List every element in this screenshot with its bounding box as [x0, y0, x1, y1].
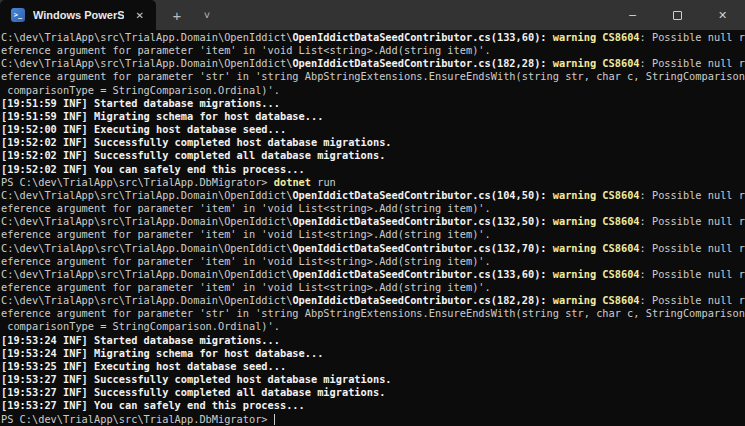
terminal-line: [19:52:00 INF] Executing host database s…	[1, 123, 745, 136]
tab-dropdown-button[interactable]: ˅	[192, 0, 222, 30]
terminal-line: eference argument for parameter 'item' i…	[1, 44, 745, 57]
terminal-line: PS C:\dev\TrialApp\src\TrialApp.DbMigrat…	[1, 413, 745, 426]
terminal-line: eference argument for parameter 'str' in…	[1, 70, 745, 83]
window-controls: ─ ✕	[610, 0, 745, 30]
terminal-line: [19:53:24 INF] Started database migratio…	[1, 334, 745, 347]
terminal-line: [19:52:02 INF] Successfully completed al…	[1, 149, 745, 162]
minimize-icon: ─	[629, 9, 636, 22]
title-bar[interactable]: >_ Windows PowerShell ✕ + ˅ ─ ✕	[0, 0, 745, 30]
close-icon: ✕	[718, 9, 727, 22]
terminal-line: C:\dev\TrialApp\src\TrialApp.Domain\Open…	[1, 242, 745, 255]
terminal-line: comparisonType = StringComparison.Ordina…	[1, 320, 745, 333]
titlebar-drag-region[interactable]	[222, 0, 610, 30]
terminal-line: C:\dev\TrialApp\src\TrialApp.Domain\Open…	[1, 31, 745, 44]
terminal-line: comparisonType = StringComparison.Ordina…	[1, 84, 745, 97]
maximize-button[interactable]	[655, 0, 700, 30]
terminal-line: eference argument for parameter 'item' i…	[1, 255, 745, 268]
terminal-line: eference argument for parameter 'str' in…	[1, 307, 745, 320]
terminal-line: [19:53:24 INF] Migrating schema for host…	[1, 347, 745, 360]
terminal-line: C:\dev\TrialApp\src\TrialApp.Domain\Open…	[1, 57, 745, 70]
terminal-line: eference argument for parameter 'item' i…	[1, 202, 745, 215]
text-cursor	[274, 414, 276, 425]
terminal-output[interactable]: C:\dev\TrialApp\src\TrialApp.Domain\Open…	[0, 30, 745, 426]
terminal-line: [19:52:02 INF] Successfully completed ho…	[1, 136, 745, 149]
terminal-line: C:\dev\TrialApp\src\TrialApp.Domain\Open…	[1, 189, 745, 202]
terminal-line: [19:51:59 INF] Migrating schema for host…	[1, 110, 745, 123]
terminal-line: [19:51:59 INF] Started database migratio…	[1, 97, 745, 110]
terminal-line: [19:53:25 INF] Executing host database s…	[1, 360, 745, 373]
tab-close-icon[interactable]: ✕	[132, 8, 148, 23]
tab-windows-powershell[interactable]: >_ Windows PowerShell ✕	[0, 0, 156, 30]
terminal-line: [19:53:27 INF] Successfully completed ho…	[1, 373, 745, 386]
terminal-line: eference argument for parameter 'item' i…	[1, 281, 745, 294]
close-button[interactable]: ✕	[700, 0, 745, 30]
terminal-line: C:\dev\TrialApp\src\TrialApp.Domain\Open…	[1, 294, 745, 307]
minimize-button[interactable]: ─	[610, 0, 655, 30]
terminal-line: [19:53:27 INF] You can safely end this p…	[1, 399, 745, 412]
maximize-icon	[673, 11, 682, 20]
terminal-line: C:\dev\TrialApp\src\TrialApp.Domain\Open…	[1, 215, 745, 228]
tab-title: Windows PowerShell	[33, 9, 124, 21]
terminal-line: [19:52:02 INF] You can safely end this p…	[1, 163, 745, 176]
terminal-line: eference argument for parameter 'item' i…	[1, 228, 745, 241]
terminal-line: [19:53:27 INF] Successfully completed al…	[1, 386, 745, 399]
new-tab-button[interactable]: +	[162, 0, 192, 30]
powershell-icon: >_	[11, 8, 25, 22]
terminal-line: PS C:\dev\TrialApp\src\TrialApp.DbMigrat…	[1, 176, 745, 189]
terminal-line: C:\dev\TrialApp\src\TrialApp.Domain\Open…	[1, 268, 745, 281]
